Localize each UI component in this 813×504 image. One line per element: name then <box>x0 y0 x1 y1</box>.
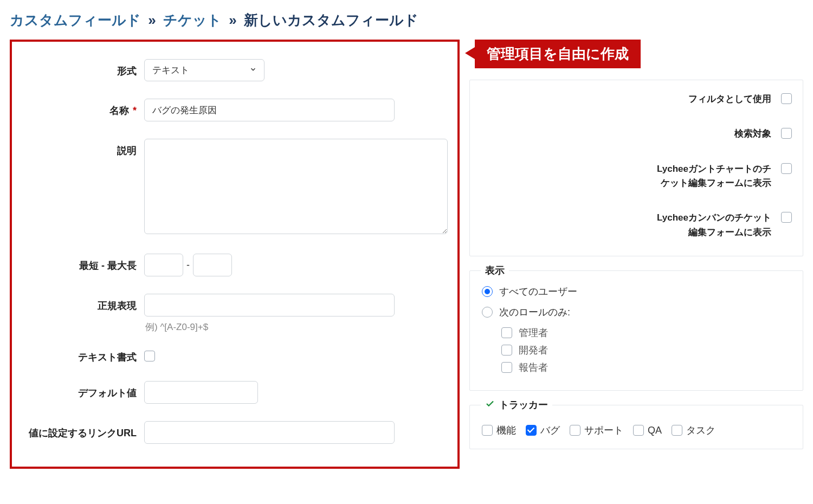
length-separator: - <box>186 260 190 271</box>
breadcrumb: カスタムフィールド » チケット » 新しいカスタムフィールド <box>10 11 803 30</box>
tracker-label: タスク <box>686 424 715 437</box>
visibility-all-label: すべてのユーザー <box>499 285 577 298</box>
tracker-item[interactable]: バグ <box>526 424 560 437</box>
visibility-roles-label: 次のロールのみ: <box>499 306 570 319</box>
tracker-list: 機能バグサポートQAタスク <box>482 424 791 437</box>
trackers-fieldset: トラッカー 機能バグサポートQAタスク <box>469 405 803 449</box>
length-label: 最短 - 最大長 <box>21 254 144 272</box>
role-admin-label: 管理者 <box>519 326 548 339</box>
tracker-item[interactable]: 機能 <box>482 424 516 437</box>
link-url-input[interactable] <box>144 421 395 444</box>
tracker-item[interactable]: QA <box>633 425 662 436</box>
gantt-form-checkbox[interactable] <box>781 163 792 174</box>
description-textarea[interactable] <box>144 139 448 234</box>
text-format-checkbox[interactable] <box>144 351 155 361</box>
tracker-checkbox[interactable] <box>570 425 580 436</box>
trackers-legend: トラッカー <box>481 398 552 411</box>
searchable-checkbox[interactable] <box>781 128 792 139</box>
annotation-callout: 管理項目を自由に作成 <box>469 40 803 64</box>
role-developer-label: 開発者 <box>519 344 548 357</box>
tracker-checkbox[interactable] <box>526 425 537 436</box>
min-length-input[interactable] <box>144 254 183 276</box>
tracker-checkbox[interactable] <box>672 425 682 436</box>
searchable-label: 検索対象 <box>734 127 771 141</box>
name-label: 名称 * <box>21 99 144 117</box>
breadcrumb-separator: » <box>229 12 236 28</box>
breadcrumb-custom-fields[interactable]: カスタムフィールド <box>10 12 141 28</box>
name-input[interactable] <box>144 99 395 121</box>
regex-input[interactable] <box>144 294 395 316</box>
options-panel: フィルタとして使用 検索対象 Lycheeガントチャートのチケット編集フォームに… <box>469 80 803 256</box>
annotation-arrow-icon <box>465 47 475 59</box>
tracker-label: 機能 <box>496 424 516 437</box>
tracker-checkbox[interactable] <box>482 425 493 436</box>
format-label: 形式 <box>21 59 144 77</box>
description-label: 説明 <box>21 139 144 157</box>
tracker-label: サポート <box>584 424 623 437</box>
role-reporter-checkbox[interactable] <box>501 362 512 373</box>
visibility-all-radio[interactable] <box>482 286 493 297</box>
tracker-label: QA <box>648 425 662 436</box>
check-icon <box>485 399 495 411</box>
breadcrumb-current: 新しいカスタムフィールド <box>244 12 418 28</box>
visibility-roles-radio[interactable] <box>482 307 493 318</box>
gantt-form-label: Lycheeガントチャートのチケット編集フォームに表示 <box>652 162 771 191</box>
default-value-input[interactable] <box>144 381 258 404</box>
max-length-input[interactable] <box>193 254 232 276</box>
kanban-form-checkbox[interactable] <box>781 212 792 223</box>
breadcrumb-tickets[interactable]: チケット <box>163 12 222 28</box>
regex-hint: 例) ^[A-Z0-9]+$ <box>145 321 449 333</box>
role-reporter-label: 報告者 <box>519 361 548 374</box>
breadcrumb-separator: » <box>148 12 156 28</box>
tracker-item[interactable]: サポート <box>570 424 623 437</box>
tracker-checkbox[interactable] <box>633 425 644 436</box>
regex-label: 正規表現 <box>21 294 144 312</box>
format-select[interactable]: テキスト <box>144 59 264 81</box>
default-value-label: デフォルト値 <box>21 381 144 399</box>
filter-label: フィルタとして使用 <box>688 92 771 106</box>
link-url-label: 値に設定するリンクURL <box>21 421 144 440</box>
role-admin-checkbox[interactable] <box>501 327 512 338</box>
visibility-fieldset: 表示 すべてのユーザー 次のロールのみ: 管理者 開発者 <box>469 270 803 391</box>
visibility-legend: 表示 <box>481 264 509 277</box>
text-format-label: テキスト書式 <box>21 345 144 364</box>
filter-checkbox[interactable] <box>781 93 792 104</box>
tracker-item[interactable]: タスク <box>672 424 715 437</box>
annotation-text: 管理項目を自由に作成 <box>475 40 641 68</box>
highlighted-form-area: 形式 テキスト 名称 * <box>10 40 460 469</box>
kanban-form-label: Lycheeカンバンのチケット編集フォームに表示 <box>652 211 771 240</box>
role-developer-checkbox[interactable] <box>501 345 512 356</box>
tracker-label: バグ <box>540 424 560 437</box>
